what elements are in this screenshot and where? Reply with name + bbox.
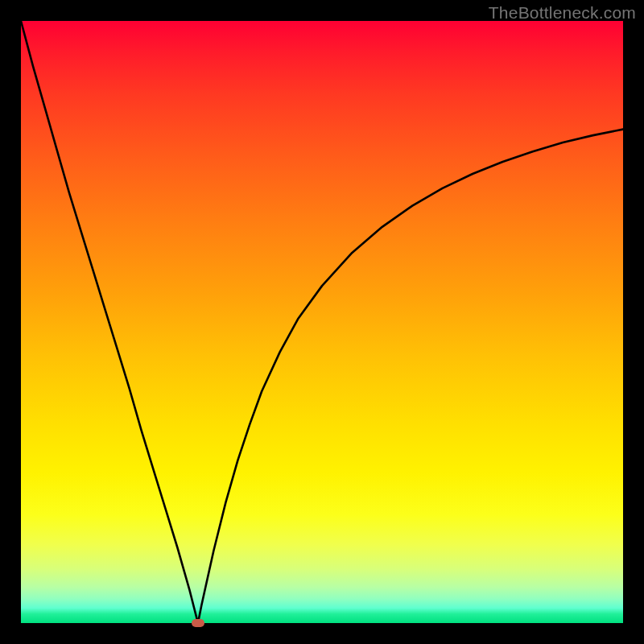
plot-area [21, 21, 623, 623]
watermark-text: TheBottleneck.com [489, 3, 636, 23]
optimum-marker [192, 619, 204, 627]
bottleneck-curve [21, 21, 623, 623]
chart-frame: TheBottleneck.com [0, 0, 644, 644]
